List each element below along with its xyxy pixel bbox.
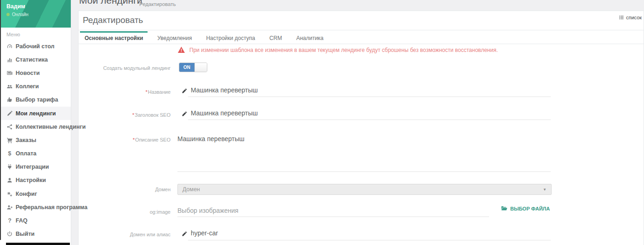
- domain-label: Домен: [79, 187, 171, 192]
- choose-file-button[interactable]: ВЫБОР ФАЙЛА: [501, 206, 550, 211]
- edit-pencil-icon: [6, 110, 13, 117]
- breadcrumb-current: Редактировать: [139, 1, 176, 7]
- sidebar-item-logout[interactable]: Выйти: [0, 228, 71, 241]
- og-image-label: og:image: [79, 209, 171, 215]
- user-icon: [6, 177, 13, 184]
- toggle-knob[interactable]: [194, 63, 207, 72]
- tab-access-settings[interactable]: Настройки доступа: [201, 31, 260, 44]
- seo-description-textarea[interactable]: Машинка перевертыш: [177, 135, 245, 142]
- sidebar-item-tariff[interactable]: Выбор тарифа: [0, 93, 71, 107]
- card-header: Редактировать список: [79, 11, 644, 30]
- menu-section-label: Меню: [0, 28, 71, 40]
- user-status: Онлайн: [6, 12, 28, 17]
- page-heading: Мои лендинги Редактировать: [71, 0, 644, 10]
- bar-chart-icon: [6, 56, 13, 63]
- sidebar-item-dashboard[interactable]: Рабочий стол: [0, 40, 71, 53]
- modular-toggle[interactable]: ON: [179, 63, 207, 72]
- user-status-label: Онлайн: [12, 12, 28, 17]
- sidebar-item-label: Новости: [16, 70, 40, 76]
- sidebar-item-label: Интеграции: [16, 164, 49, 170]
- pencil-icon: [182, 231, 188, 237]
- sidebar-item-label: Реферальная программа: [16, 204, 87, 211]
- modular-toggle-label: Создать модульный лендинг: [79, 65, 171, 71]
- folder-open-icon: [501, 206, 507, 211]
- sidebar-item-colleagues[interactable]: Коллеги: [0, 80, 71, 93]
- required-asterisk: *: [146, 89, 148, 95]
- sidebar-item-label: Конфиг: [16, 191, 37, 197]
- dollar-icon: $: [6, 150, 13, 157]
- sidebar-item-referral[interactable]: Реферальная программа: [0, 200, 71, 214]
- input-underline: [188, 240, 551, 240]
- sidebar-item-faq[interactable]: ? FAQ: [0, 214, 71, 227]
- pencil-icon: [182, 111, 188, 117]
- tab-label: Уведомления: [157, 35, 192, 41]
- domain-select-value: Домен: [182, 186, 543, 193]
- warning-triangle-icon: [177, 46, 185, 53]
- user-plus-icon: [6, 204, 13, 211]
- users-icon: [6, 83, 13, 90]
- input-underline: [188, 120, 551, 120]
- question-icon: ?: [6, 217, 13, 224]
- sidebar-item-collective-landings[interactable]: Коллективные лендинги: [0, 120, 71, 133]
- alias-label: Домен или алиас: [79, 232, 171, 237]
- list-button[interactable]: список: [619, 15, 642, 20]
- share-icon: [6, 123, 13, 131]
- page-title: Редактировать: [83, 15, 143, 25]
- sidebar: Вадим Онлайн Меню Рабочий стол Статистик…: [0, 0, 71, 245]
- sidebar-item-orders[interactable]: Заказы: [0, 133, 71, 147]
- tab-analytics[interactable]: Аналитика: [291, 31, 328, 44]
- plug-icon: [6, 163, 13, 171]
- sidebar-item-config[interactable]: Конфиг: [0, 187, 71, 200]
- sidebar-item-stats[interactable]: Статистика: [0, 53, 71, 66]
- required-asterisk: *: [133, 137, 135, 142]
- sidebar-item-integrations[interactable]: Интеграции: [0, 160, 71, 174]
- textarea-underline: [177, 171, 551, 172]
- tab-crm[interactable]: CRM: [265, 31, 286, 44]
- field-label-text: Название: [148, 89, 171, 95]
- window-left-edge: [0, 0, 1, 240]
- sidebar-item-label: Коллективные лендинги: [16, 124, 85, 130]
- seo-title-input[interactable]: Машинка перевертыш: [191, 109, 258, 117]
- sidebar-item-news[interactable]: Новости: [0, 66, 71, 80]
- user-name: Вадим: [6, 3, 25, 10]
- power-icon: [6, 230, 13, 238]
- alias-input[interactable]: hyper-car: [191, 229, 218, 237]
- og-image-input[interactable]: Выбор изображения: [177, 207, 239, 214]
- form-body: При изменении шаблона все изменения в ва…: [79, 44, 644, 245]
- sidebar-item-label: Заказы: [16, 137, 36, 143]
- sidebar-item-label: Рабочий стол: [16, 43, 54, 50]
- field-label-text: Описание SEO: [135, 137, 171, 142]
- tab-main-settings[interactable]: Основные настройки: [80, 31, 148, 44]
- chevron-down-icon: ▼: [543, 188, 547, 192]
- input-underline: [177, 217, 489, 217]
- sidebar-item-label: FAQ: [16, 217, 28, 224]
- name-label: *Название: [79, 89, 171, 95]
- sidebar-item-payment[interactable]: $ Оплата: [0, 147, 71, 160]
- tab-notifications[interactable]: Уведомления: [153, 31, 196, 44]
- sidebar-item-label: Выбор тарифа: [16, 97, 58, 103]
- shopping-cart-icon: [6, 137, 13, 144]
- breadcrumb-title: Мои лендинги: [79, 0, 142, 6]
- warning-text: При изменении шаблона все изменения в ва…: [189, 47, 498, 53]
- input-underline: [188, 97, 551, 97]
- tab-label: Настройки доступа: [206, 35, 255, 41]
- choose-file-label: ВЫБОР ФАЙЛА: [510, 206, 550, 211]
- list-icon: [619, 15, 624, 20]
- sidebar-item-my-landings[interactable]: Мои лендинги: [0, 107, 71, 120]
- required-asterisk: *: [132, 112, 134, 118]
- name-input[interactable]: Машинка перевертыш: [191, 86, 258, 94]
- list-button-label: список: [626, 15, 642, 20]
- bottom-edge-artifact: [6, 243, 70, 245]
- tab-label: Аналитика: [296, 35, 323, 41]
- app-screen: Вадим Онлайн Меню Рабочий стол Статистик…: [0, 0, 644, 245]
- sidebar-item-label: Выйти: [16, 231, 34, 237]
- dashboard-icon: [6, 43, 13, 50]
- profile-header[interactable]: Вадим Онлайн: [0, 0, 71, 28]
- tab-label: CRM: [269, 35, 282, 41]
- sidebar-nav: Рабочий стол Статистика Новости Коллеги …: [0, 40, 71, 241]
- domain-select[interactable]: Домен ▼: [177, 184, 552, 195]
- sidebar-item-label: Настройки: [16, 177, 46, 183]
- sidebar-item-settings[interactable]: Настройки: [0, 174, 71, 187]
- seo-title-label: *Заголовок SEO: [79, 112, 171, 118]
- toggle-on-segment: ON: [179, 63, 194, 72]
